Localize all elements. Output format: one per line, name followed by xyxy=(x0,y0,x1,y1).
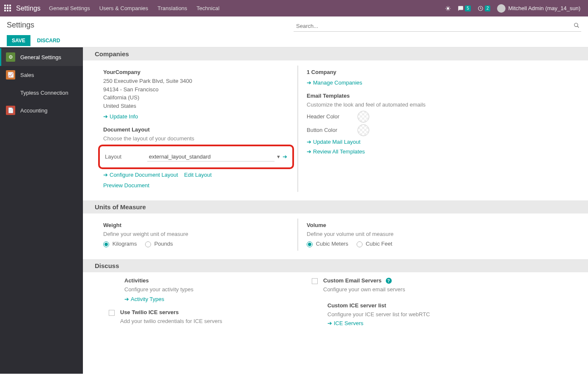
ice-list-desc: Configure your ICE server list for webRT… xyxy=(327,310,492,319)
arrow-right-icon: ➔ xyxy=(307,79,311,86)
menu-general-settings[interactable]: General Settings xyxy=(49,5,90,11)
activities-count: 2 xyxy=(485,5,491,11)
messaging-icon[interactable]: 5 xyxy=(458,5,471,11)
radio-pounds-label: Pounds xyxy=(154,241,173,247)
company-addr3: California (US) xyxy=(103,93,289,102)
section-header-uom: Units of Measure xyxy=(83,200,588,214)
arrow-right-icon: ➔ xyxy=(327,320,332,326)
email-templates-title: Email Templates xyxy=(307,93,492,99)
debug-icon[interactable] xyxy=(445,5,451,11)
layout-select[interactable]: external_layout_standard xyxy=(147,152,275,161)
radio-cubic-feet[interactable] xyxy=(357,241,363,247)
page-title: Settings xyxy=(7,21,34,30)
ice-servers-link[interactable]: ➔ICE Servers xyxy=(327,320,363,326)
review-templates-link[interactable]: ➔Review All Templates xyxy=(307,148,365,155)
weight-desc: Define your weight unit of measure xyxy=(103,230,289,238)
email-templates-desc: Customize the look and feel of automated… xyxy=(307,101,492,109)
svg-point-2 xyxy=(574,23,578,27)
search-input[interactable] xyxy=(294,21,572,31)
update-info-link[interactable]: ➔Update Info xyxy=(103,113,138,120)
section-header-discuss: Discuss xyxy=(83,259,588,272)
ice-list-title: Custom ICE server list xyxy=(327,302,492,309)
help-icon[interactable]: ? xyxy=(386,278,392,284)
menu-technical[interactable]: Technical xyxy=(197,5,220,11)
gear-icon: ⚙ xyxy=(6,52,15,62)
layout-label: Layout xyxy=(105,153,147,160)
messages-count: 5 xyxy=(465,5,471,11)
sidebar-label: General Settings xyxy=(20,54,61,60)
radio-cubic-meters-label: Cubic Meters xyxy=(316,241,349,247)
sidebar-item-sales[interactable]: 📈 Sales xyxy=(0,66,83,84)
user-menu[interactable]: Mitchell Admin (may_14_sun) xyxy=(497,4,580,13)
company-addr1: 250 Executive Park Blvd, Suite 3400 xyxy=(103,77,289,85)
twilio-checkbox[interactable] xyxy=(109,310,115,316)
volume-desc: Define your volume unit of measure xyxy=(307,230,492,238)
activities-icon[interactable]: 2 xyxy=(478,5,491,11)
app-name[interactable]: Settings xyxy=(16,5,41,12)
sidebar-label: Typless Connection xyxy=(20,90,68,96)
radio-cubic-meters[interactable] xyxy=(307,241,313,247)
chart-icon: 📈 xyxy=(6,70,15,79)
document-icon: 📄 xyxy=(6,106,15,115)
username: Mitchell Admin (may_14_sun) xyxy=(508,5,580,11)
edit-layout-link[interactable]: Edit Layout xyxy=(184,172,212,178)
apps-icon[interactable] xyxy=(4,5,12,12)
button-color-picker[interactable] xyxy=(357,124,369,136)
activities-desc: Configure your activity types xyxy=(124,285,289,294)
company-addr4: United States xyxy=(103,102,289,110)
sidebar-label: Accounting xyxy=(20,107,47,114)
top-navbar: Settings General Settings Users & Compan… xyxy=(0,0,588,16)
preview-document-link[interactable]: Preview Document xyxy=(103,182,149,189)
update-mail-layout-link[interactable]: ➔Update Mail Layout xyxy=(307,139,360,145)
radio-cubic-feet-label: Cubic Feet xyxy=(365,241,392,247)
arrow-right-icon: ➔ xyxy=(124,296,129,302)
settings-main: Companies YourCompany 250 Executive Park… xyxy=(83,47,588,374)
twilio-title: Use Twilio ICE servers xyxy=(120,309,289,315)
twilio-desc: Add your twilio credentials for ICE serv… xyxy=(120,317,289,326)
blank-icon xyxy=(6,88,15,97)
header-color-picker[interactable] xyxy=(357,111,369,123)
search-bar[interactable] xyxy=(294,21,581,32)
arrow-right-icon: ➔ xyxy=(307,139,311,145)
header-color-label: Header Color xyxy=(307,113,357,120)
sidebar-item-typless[interactable]: Typless Connection xyxy=(0,84,83,101)
sidebar-item-general-settings[interactable]: ⚙ General Settings xyxy=(0,48,83,66)
save-button[interactable]: SAVE xyxy=(7,35,30,46)
menu-translations[interactable]: Translations xyxy=(157,5,187,11)
arrow-right-icon: ➔ xyxy=(103,172,108,178)
search-icon[interactable] xyxy=(572,21,581,31)
radio-pounds[interactable] xyxy=(145,241,151,247)
configure-doc-layout-link[interactable]: ➔Configure Document Layout xyxy=(103,172,178,178)
company-addr2: 94134 - San Francisco xyxy=(103,85,289,94)
arrow-right-icon: ➔ xyxy=(307,148,311,155)
activity-types-link[interactable]: ➔Activity Types xyxy=(124,296,164,302)
custom-email-desc: Configure your own email servers xyxy=(323,285,492,294)
custom-email-title: Custom Email Servers ? xyxy=(323,277,492,284)
button-color-label: Button Color xyxy=(307,127,357,133)
sidebar-label: Sales xyxy=(20,72,34,78)
svg-point-0 xyxy=(447,7,449,10)
arrow-right-icon: ➔ xyxy=(103,113,108,120)
sidebar-item-accounting[interactable]: 📄 Accounting xyxy=(0,101,83,119)
company-name: YourCompany xyxy=(103,69,289,75)
doc-layout-desc: Choose the layout of your documents xyxy=(103,134,289,143)
manage-companies-link[interactable]: ➔Manage Companies xyxy=(307,79,362,86)
highlighted-layout-field: Layout external_layout_standard ▾ ➔ xyxy=(98,145,294,169)
volume-title: Volume xyxy=(307,222,492,228)
radio-kilograms-label: Kilograms xyxy=(113,241,137,247)
custom-email-checkbox[interactable] xyxy=(312,278,318,284)
discard-button[interactable]: DISCARD xyxy=(32,35,65,46)
settings-sidebar: ⚙ General Settings 📈 Sales Typless Conne… xyxy=(0,47,83,374)
chevron-down-icon[interactable]: ▾ xyxy=(277,153,280,160)
control-panel: Settings SAVE DISCARD xyxy=(0,16,588,47)
avatar xyxy=(497,4,506,13)
company-count-title: 1 Company xyxy=(307,69,492,75)
doc-layout-title: Document Layout xyxy=(103,126,289,133)
section-header-companies: Companies xyxy=(83,47,588,60)
external-link-icon[interactable]: ➔ xyxy=(283,153,287,160)
weight-title: Weight xyxy=(103,222,289,228)
activities-title: Activities xyxy=(124,277,289,284)
radio-kilograms[interactable] xyxy=(103,241,109,247)
menu-users-companies[interactable]: Users & Companies xyxy=(99,5,148,11)
